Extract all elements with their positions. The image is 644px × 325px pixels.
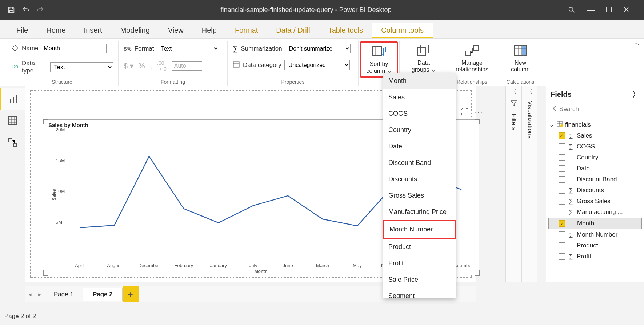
visual-more-icon[interactable]: ⋯ bbox=[475, 107, 483, 117]
expand-left-icon[interactable]: 〈 bbox=[527, 88, 532, 95]
svg-rect-13 bbox=[13, 97, 14, 103]
decimal-icon[interactable]: .00→.0 bbox=[157, 60, 167, 72]
field-name: Gross Sales bbox=[577, 198, 611, 205]
sort-menu-item[interactable]: Product bbox=[383, 239, 456, 255]
format-select[interactable]: Text bbox=[157, 44, 219, 53]
field-name: Date bbox=[577, 165, 590, 172]
field-item[interactable]: ∑Month Number bbox=[548, 229, 642, 240]
checkbox-icon[interactable] bbox=[559, 242, 565, 249]
comma-icon[interactable]: , bbox=[150, 62, 152, 70]
page-prev-button[interactable]: ◂ bbox=[25, 291, 35, 298]
checkbox-icon[interactable] bbox=[559, 209, 565, 215]
sort-menu-item[interactable]: Sale Price bbox=[383, 272, 456, 288]
field-item[interactable]: ∑Discounts bbox=[548, 185, 642, 196]
summarization-select[interactable]: Don't summarize bbox=[285, 44, 351, 53]
sort-menu-item[interactable]: Discounts bbox=[383, 171, 456, 187]
checkbox-icon[interactable]: ✓ bbox=[559, 220, 565, 227]
sort-menu-item[interactable]: Discount Band bbox=[383, 155, 456, 171]
field-item[interactable]: Product bbox=[548, 240, 642, 251]
close-button[interactable]: ✕ bbox=[623, 5, 629, 15]
visual-focus-icon[interactable]: ⛶ bbox=[461, 107, 469, 117]
page-tab-2[interactable]: Page 2 bbox=[83, 288, 123, 301]
category-select[interactable]: Uncategorized bbox=[284, 60, 350, 70]
tab-format[interactable]: Format bbox=[226, 23, 267, 38]
currency-icon[interactable]: $ ▾ bbox=[124, 62, 133, 70]
report-view-button[interactable] bbox=[0, 88, 25, 110]
expand-left-icon[interactable]: 〈 bbox=[511, 88, 516, 95]
field-item[interactable]: ∑Manufacturing ... bbox=[548, 207, 642, 218]
category-label: Data category bbox=[243, 62, 281, 69]
field-item[interactable]: ∑Profit bbox=[548, 251, 642, 262]
page-tab-1[interactable]: Page 1 bbox=[44, 288, 83, 301]
sort-menu-item[interactable]: Date bbox=[383, 138, 456, 155]
sort-menu-item[interactable]: Profit bbox=[383, 255, 456, 272]
sigma-icon: ∑ bbox=[568, 209, 574, 215]
minimize-button[interactable]: — bbox=[587, 5, 595, 15]
checkbox-icon[interactable] bbox=[559, 176, 565, 183]
field-item[interactable]: Country bbox=[548, 152, 642, 163]
sort-menu-item[interactable]: Month Number bbox=[383, 220, 456, 239]
x-tick: June bbox=[283, 263, 293, 268]
maximize-button[interactable] bbox=[605, 6, 612, 14]
tab-help[interactable]: Help bbox=[193, 23, 226, 38]
sort-menu-item[interactable]: COGS bbox=[383, 106, 456, 122]
sort-menu-item[interactable]: Manufacturing Price bbox=[383, 204, 456, 220]
checkbox-icon[interactable] bbox=[559, 154, 565, 161]
new-column-button[interactable]: Newcolumn bbox=[501, 41, 539, 75]
title-bar: financial-sample-finished-update-query -… bbox=[0, 0, 644, 20]
field-item[interactable]: Date bbox=[548, 163, 642, 174]
datatype-select[interactable]: Text bbox=[50, 62, 113, 72]
tab-data-drill[interactable]: Data / Drill bbox=[267, 23, 319, 38]
fields-search[interactable] bbox=[550, 103, 640, 115]
window-title: financial-sample-finished-update-query -… bbox=[44, 6, 568, 14]
manage-relationships-button[interactable]: Managerelationships bbox=[453, 41, 491, 75]
add-page-button[interactable]: + bbox=[123, 286, 139, 302]
checkbox-icon[interactable] bbox=[559, 253, 565, 260]
expand-right-icon[interactable]: 〉 bbox=[632, 90, 640, 99]
sigma-icon: ∑ bbox=[568, 143, 574, 150]
field-item[interactable]: Discount Band bbox=[548, 174, 642, 185]
tab-modeling[interactable]: Modeling bbox=[111, 23, 159, 38]
checkbox-icon[interactable] bbox=[559, 231, 565, 238]
sort-by-column-button[interactable]: Sort bycolumn ⌄ bbox=[360, 41, 398, 78]
data-groups-button[interactable]: Datagroups ⌄ bbox=[405, 41, 443, 75]
tab-view[interactable]: View bbox=[159, 23, 193, 38]
model-view-button[interactable] bbox=[0, 132, 25, 154]
ribbon-collapse-button[interactable]: へ bbox=[635, 41, 640, 47]
undo-icon[interactable] bbox=[22, 6, 30, 14]
filters-pane-collapsed[interactable]: 〈 Filters bbox=[505, 86, 521, 282]
visualizations-pane-collapsed[interactable]: 〈 Visualizations bbox=[521, 86, 537, 282]
save-icon[interactable] bbox=[7, 6, 15, 14]
search-icon[interactable] bbox=[568, 6, 576, 14]
checkbox-icon[interactable] bbox=[559, 143, 565, 150]
svg-point-18 bbox=[554, 107, 556, 110]
tab-column-tools[interactable]: Column tools bbox=[372, 23, 433, 38]
field-item[interactable]: ✓Month bbox=[548, 218, 642, 229]
field-item[interactable]: ✓∑Sales bbox=[548, 130, 642, 141]
fields-search-input[interactable] bbox=[559, 105, 637, 113]
name-input[interactable] bbox=[41, 44, 107, 53]
sort-menu-item[interactable]: Segment bbox=[383, 288, 456, 298]
sort-menu-item[interactable]: Month bbox=[383, 73, 456, 89]
checkbox-icon[interactable] bbox=[559, 165, 565, 172]
sort-menu-item[interactable]: Sales bbox=[383, 89, 456, 106]
data-view-button[interactable] bbox=[0, 110, 25, 132]
redo-icon[interactable] bbox=[36, 6, 44, 14]
fields-table-node[interactable]: ⌄ financials bbox=[548, 119, 642, 130]
svg-point-0 bbox=[569, 7, 573, 11]
checkbox-icon[interactable] bbox=[559, 198, 565, 205]
field-item[interactable]: ∑Gross Sales bbox=[548, 196, 642, 207]
tab-insert[interactable]: Insert bbox=[75, 23, 111, 38]
tab-table-tools[interactable]: Table tools bbox=[319, 23, 372, 38]
field-item[interactable]: ∑COGS bbox=[548, 141, 642, 152]
page-next-button[interactable]: ▸ bbox=[35, 291, 44, 298]
tab-home[interactable]: Home bbox=[37, 23, 75, 38]
sort-menu-item[interactable]: Gross Sales bbox=[383, 187, 456, 204]
sort-menu-item[interactable]: Country bbox=[383, 122, 456, 138]
tab-file[interactable]: File bbox=[7, 23, 37, 38]
percent-icon[interactable]: % bbox=[139, 62, 145, 70]
search-icon bbox=[553, 106, 556, 112]
x-tick: March bbox=[316, 263, 329, 268]
checkbox-icon[interactable]: ✓ bbox=[559, 132, 565, 139]
checkbox-icon[interactable] bbox=[559, 187, 565, 194]
